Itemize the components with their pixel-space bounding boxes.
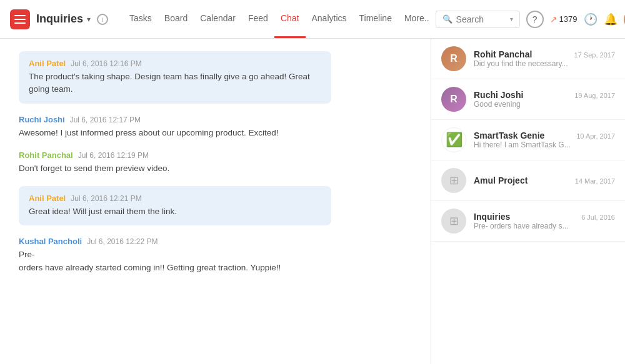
- tab-tasks[interactable]: Tasks: [123, 0, 158, 38]
- right-sidebar: R Rohit Panchal 17 Sep, 2017 Did you fin…: [431, 39, 625, 364]
- sidebar-date: 6 Jul, 2016: [581, 214, 615, 221]
- message-bubble: Anil Patel Jul 6, 2016 12:21 PM Great id…: [19, 186, 331, 225]
- sidebar-conversation-item[interactable]: ⊞ Amul Project 14 Mar, 2017: [431, 160, 625, 201]
- sidebar-avatar-rohit: R: [441, 46, 466, 71]
- sidebar-date: 17 Sep, 2017: [574, 51, 615, 59]
- chat-area: Anil Patel Jul 6, 2016 12:16 PM The prod…: [0, 39, 431, 364]
- info-icon[interactable]: i: [97, 14, 108, 25]
- trend-count: 1379: [559, 14, 578, 24]
- sidebar-date: 14 Mar, 2017: [575, 177, 615, 185]
- sidebar-info: SmartTask Genie 10 Apr, 2017 Hi there! I…: [474, 130, 615, 149]
- message-body: Great idea! Will just email them the lin…: [29, 205, 321, 218]
- message-header: Rohit Panchal Jul 6, 2016 12:19 PM: [19, 150, 412, 160]
- message-header: Anil Patel Jul 6, 2016 12:16 PM: [29, 59, 321, 68]
- tab-calendar[interactable]: Calendar: [194, 0, 242, 38]
- message-block: Kushal Pancholi Jul 6, 2016 12:22 PM Pre…: [19, 237, 412, 274]
- trend-badge: ↗ 1379: [550, 14, 578, 24]
- message-bubble: Anil Patel Jul 6, 2016 12:16 PM The prod…: [19, 51, 331, 104]
- message-header: Anil Patel Jul 6, 2016 12:21 PM: [29, 194, 321, 203]
- sidebar-preview: Did you find the necessary...: [474, 59, 615, 68]
- message-body: The product's taking shape. Design team …: [29, 71, 321, 96]
- project-title: Inquiries: [36, 12, 83, 26]
- sidebar-date: 19 Aug, 2017: [574, 92, 615, 99]
- sidebar-preview: Pre- orders have already s...: [474, 222, 615, 230]
- sidebar-name: Amul Project: [474, 175, 528, 185]
- help-button[interactable]: ?: [526, 11, 544, 28]
- sidebar-preview: Hi there! I am SmartTask G...: [474, 140, 615, 149]
- message-block: Ruchi Joshi Jul 6, 2016 12:17 PM Awesome…: [19, 115, 412, 139]
- message-author: Rohit Panchal: [19, 150, 73, 160]
- hamburger-button[interactable]: [10, 9, 30, 29]
- project-dropdown-arrow[interactable]: ▾: [87, 15, 91, 24]
- tab-analytics[interactable]: Analytics: [306, 0, 353, 38]
- message-time: Jul 6, 2016 12:17 PM: [70, 116, 141, 124]
- search-dropdown-arrow[interactable]: ▾: [510, 16, 513, 22]
- nav-tabs: Tasks Board Calendar Feed Chat Analytics…: [123, 0, 436, 38]
- sidebar-avatar-ruchi: R: [441, 87, 466, 112]
- tab-more[interactable]: More..: [398, 0, 436, 38]
- message-time: Jul 6, 2016 12:21 PM: [71, 194, 141, 203]
- search-icon: 🔍: [442, 14, 452, 24]
- sidebar-conversation-item[interactable]: ✅ SmartTask Genie 10 Apr, 2017 Hi there!…: [431, 120, 625, 160]
- trend-icon: ↗: [550, 14, 558, 24]
- message-time: Jul 6, 2016 12:22 PM: [87, 237, 158, 246]
- grid-icon: ⊞: [449, 214, 459, 228]
- header-right: 🔍 ▾ ? ↗ 1379 🕐 🔔 👤: [436, 9, 625, 29]
- search-input[interactable]: [456, 14, 506, 24]
- sidebar-name: Inquiries: [474, 212, 510, 222]
- check-icon: ✅: [446, 132, 462, 148]
- message-header: Kushal Pancholi Jul 6, 2016 12:22 PM: [19, 237, 412, 246]
- sidebar-conversation-item[interactable]: R Ruchi Joshi 19 Aug, 2017 Good evening: [431, 79, 625, 120]
- message-time: Jul 6, 2016 12:19 PM: [78, 151, 149, 160]
- message-header: Ruchi Joshi Jul 6, 2016 12:17 PM: [19, 115, 412, 124]
- sidebar-name: Rohit Panchal: [474, 49, 532, 59]
- sidebar-conversation-item[interactable]: ⊞ Inquiries 6 Jul, 2016 Pre- orders have…: [431, 201, 625, 242]
- grid-icon: ⊞: [449, 174, 459, 187]
- message-block: Rohit Panchal Jul 6, 2016 12:19 PM Don't…: [19, 150, 412, 175]
- sidebar-name: SmartTask Genie: [474, 130, 544, 140]
- message-body: Awesome! I just informed press about our…: [19, 127, 412, 139]
- message-author: Ruchi Joshi: [19, 115, 65, 124]
- search-box[interactable]: 🔍 ▾: [436, 11, 520, 28]
- main-content: Anil Patel Jul 6, 2016 12:16 PM The prod…: [0, 39, 625, 364]
- hamburger-line-3: [14, 22, 26, 24]
- hamburger-line-1: [14, 15, 26, 16]
- tab-feed[interactable]: Feed: [242, 0, 274, 38]
- project-title-area: Inquiries ▾ i: [36, 12, 108, 26]
- sidebar-info: Amul Project 14 Mar, 2017: [474, 175, 615, 185]
- tab-timeline[interactable]: Timeline: [353, 0, 398, 38]
- sidebar-date: 10 Apr, 2017: [576, 132, 615, 140]
- sidebar-name: Ruchi Joshi: [474, 90, 523, 100]
- message-author: Anil Patel: [29, 59, 66, 68]
- sidebar-conversation-item[interactable]: R Rohit Panchal 17 Sep, 2017 Did you fin…: [431, 39, 625, 79]
- clock-button[interactable]: 🕐: [584, 12, 598, 26]
- sidebar-avatar-inquiries: ⊞: [441, 209, 466, 234]
- message-time: Jul 6, 2016 12:16 PM: [71, 59, 141, 68]
- message-body: Don't forget to send them preview video.: [19, 162, 412, 175]
- sidebar-info: Inquiries 6 Jul, 2016 Pre- orders have a…: [474, 212, 615, 230]
- sidebar-info: Ruchi Joshi 19 Aug, 2017 Good evening: [474, 90, 615, 109]
- sidebar-info: Rohit Panchal 17 Sep, 2017 Did you find …: [474, 49, 615, 68]
- message-author: Kushal Pancholi: [19, 237, 82, 246]
- bell-button[interactable]: 🔔: [604, 12, 618, 26]
- hamburger-line-2: [14, 19, 26, 20]
- message-author: Anil Patel: [29, 194, 66, 203]
- message-block: Anil Patel Jul 6, 2016 12:16 PM The prod…: [19, 51, 412, 104]
- message-block: Anil Patel Jul 6, 2016 12:21 PM Great id…: [19, 186, 412, 225]
- tab-board[interactable]: Board: [158, 0, 194, 38]
- header: Inquiries ▾ i Tasks Board Calendar Feed …: [0, 0, 625, 39]
- sidebar-avatar-amul: ⊞: [441, 168, 466, 193]
- tab-chat[interactable]: Chat: [274, 0, 306, 38]
- sidebar-avatar-smarttask: ✅: [441, 127, 466, 152]
- sidebar-preview: Good evening: [474, 100, 615, 109]
- message-body: Pre-orders have already started coming i…: [19, 248, 412, 274]
